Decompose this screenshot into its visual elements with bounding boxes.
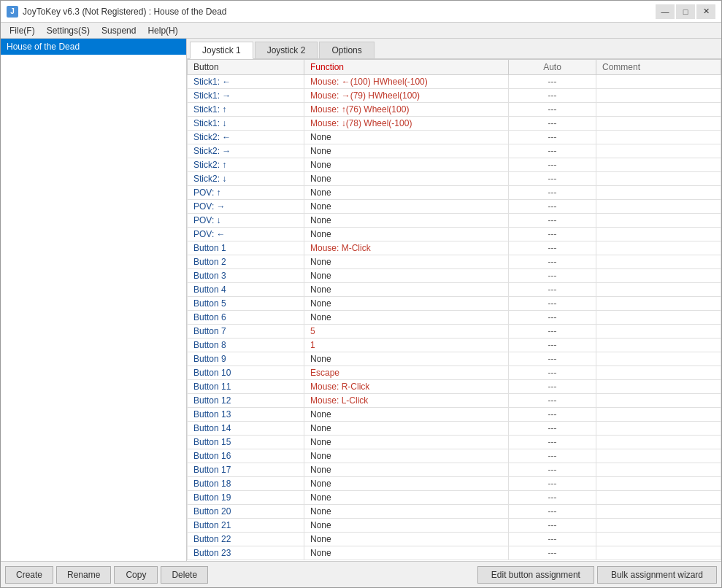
table-row[interactable]: Button 23None--- (188, 546, 721, 560)
table-row[interactable]: Stick2: ↓None--- (188, 172, 721, 186)
copy-button[interactable]: Copy (114, 566, 158, 584)
table-row[interactable]: Stick2: →None--- (188, 144, 721, 158)
table-row[interactable]: Button 9None--- (188, 352, 721, 366)
menu-file[interactable]: File(F) (4, 23, 41, 38)
button-cell: Button 18 (188, 477, 304, 491)
table-row[interactable]: Button 19None--- (188, 491, 721, 505)
function-cell: None (304, 352, 509, 366)
function-cell: Mouse: ←(100) HWheel(-100) (304, 75, 509, 89)
auto-cell: --- (509, 491, 596, 505)
col-header-button: Button (188, 60, 304, 75)
comment-cell (596, 311, 721, 325)
auto-cell: --- (509, 103, 596, 117)
comment-cell (596, 449, 721, 463)
rename-button[interactable]: Rename (56, 566, 111, 584)
tab-options[interactable]: Options (319, 42, 374, 58)
table-row[interactable]: Button 75--- (188, 325, 721, 339)
auto-cell: --- (509, 352, 596, 366)
bulk-assignment-wizard-button[interactable]: Bulk assignment wizard (597, 566, 717, 584)
table-row[interactable]: Button 12Mouse: L-Click--- (188, 394, 721, 408)
table-row[interactable]: Button 13None--- (188, 408, 721, 422)
button-cell: Stick1: → (188, 89, 304, 103)
auto-cell: --- (509, 505, 596, 519)
table-row[interactable]: Stick1: ↑Mouse: ↑(76) Wheel(100)--- (188, 103, 721, 117)
button-cell: POV: ← (188, 228, 304, 241)
table-row[interactable]: Stick1: ↓Mouse: ↓(78) Wheel(-100)--- (188, 117, 721, 131)
comment-cell (596, 214, 721, 228)
auto-cell: --- (509, 477, 596, 491)
table-row[interactable]: POV: ←None--- (188, 228, 721, 241)
table-row[interactable]: Button 18None--- (188, 477, 721, 491)
auto-cell: --- (509, 144, 596, 158)
comment-cell (596, 533, 721, 546)
menu-suspend[interactable]: Suspend (96, 23, 142, 38)
table-row[interactable]: Stick1: ←Mouse: ←(100) HWheel(-100)--- (188, 75, 721, 89)
button-cell: Button 19 (188, 491, 304, 505)
table-row[interactable]: Button 4None--- (188, 283, 721, 297)
content-area: House of the Dead Joystick 1 Joystick 2 … (1, 39, 721, 561)
menu-help[interactable]: Help(H) (142, 23, 183, 38)
table-row[interactable]: Button 81--- (188, 339, 721, 352)
table-row[interactable]: Button 16None--- (188, 449, 721, 463)
close-button[interactable]: ✕ (696, 4, 715, 19)
tab-joystick2[interactable]: Joystick 2 (255, 42, 318, 58)
auto-cell: --- (509, 339, 596, 352)
table-row[interactable]: Button 1Mouse: M-Click--- (188, 241, 721, 255)
function-cell: Mouse: ↑(76) Wheel(100) (304, 103, 509, 117)
button-cell: Button 7 (188, 325, 304, 339)
table-row[interactable]: Button 3None--- (188, 269, 721, 283)
table-row[interactable]: POV: ↑None--- (188, 186, 721, 200)
comment-cell (596, 380, 721, 394)
function-cell: Mouse: →(79) HWheel(100) (304, 89, 509, 103)
function-cell: 1 (304, 339, 509, 352)
maximize-button[interactable]: □ (676, 4, 695, 19)
edit-button-assignment-button[interactable]: Edit button assignment (477, 566, 594, 584)
table-row[interactable]: Button 6None--- (188, 311, 721, 325)
table-row[interactable]: Stick2: ←None--- (188, 131, 721, 144)
table-row[interactable]: Button 21None--- (188, 519, 721, 533)
function-cell: None (304, 519, 509, 533)
delete-button[interactable]: Delete (161, 566, 208, 584)
table-row[interactable]: POV: ↓None--- (188, 214, 721, 228)
table-row[interactable]: Button 20None--- (188, 505, 721, 519)
auto-cell: --- (509, 228, 596, 241)
function-cell: None (304, 255, 509, 269)
tab-joystick1[interactable]: Joystick 1 (190, 42, 253, 59)
comment-cell (596, 158, 721, 172)
table-row[interactable]: Button 5None--- (188, 297, 721, 311)
col-header-comment: Comment (596, 60, 721, 75)
table-row[interactable]: Stick1: →Mouse: →(79) HWheel(100)--- (188, 89, 721, 103)
button-cell: Button 2 (188, 255, 304, 269)
col-header-auto: Auto (509, 60, 596, 75)
function-cell: Mouse: L-Click (304, 394, 509, 408)
title-bar: J JoyToKey v6.3 (Not Registered) : House… (1, 1, 721, 23)
button-cell: Stick1: ↑ (188, 103, 304, 117)
table-row[interactable]: Button 22None--- (188, 533, 721, 546)
table-row[interactable]: Button 14None--- (188, 422, 721, 436)
table-row[interactable]: Button 15None--- (188, 436, 721, 449)
menu-settings[interactable]: Settings(S) (41, 23, 96, 38)
comment-cell (596, 394, 721, 408)
function-cell: Mouse: R-Click (304, 380, 509, 394)
button-cell: Stick2: ← (188, 131, 304, 144)
function-cell: None (304, 228, 509, 241)
function-cell: None (304, 186, 509, 200)
table-row[interactable]: POV: →None--- (188, 200, 721, 214)
table-row[interactable]: Button 10Escape--- (188, 366, 721, 380)
table-row[interactable]: Button 11Mouse: R-Click--- (188, 380, 721, 394)
button-cell: Button 14 (188, 422, 304, 436)
auto-cell: --- (509, 297, 596, 311)
sidebar: House of the Dead (1, 39, 187, 561)
button-table-container[interactable]: Button Function Auto Comment Stick1: ←Mo… (187, 59, 721, 561)
minimize-button[interactable]: — (656, 4, 675, 19)
comment-cell (596, 297, 721, 311)
table-row[interactable]: Button 17None--- (188, 463, 721, 477)
sidebar-item-house-of-dead[interactable]: House of the Dead (1, 39, 186, 55)
table-row[interactable]: Stick2: ↑None--- (188, 158, 721, 172)
comment-cell (596, 463, 721, 477)
table-row[interactable]: Button 2None--- (188, 255, 721, 269)
create-button[interactable]: Create (5, 566, 53, 584)
button-cell: Button 12 (188, 394, 304, 408)
button-cell: Stick1: ↓ (188, 117, 304, 131)
auto-cell: --- (509, 422, 596, 436)
